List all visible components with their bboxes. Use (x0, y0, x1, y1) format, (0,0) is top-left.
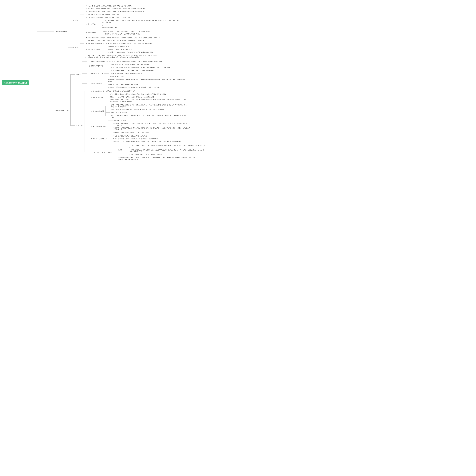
slave-i1: （1）奴隶社会的基本阶级及主要矛盾：奴隶主阶级和奴隶阶级（人类社会最早对立阶级）… (84, 36, 162, 39)
cap-i4-children: ①基本特征：生产过剩 ②主要表现：大量商品卖不出去，大量生产资料被闲置；大批生产… (108, 119, 191, 134)
slave-i2: （2）阶级统治的工具：国家是阶级矛盾不可调和的产物，是阶级统治的工具。（最早的国… (84, 39, 162, 42)
prim-i6: （6）私有制的产生 ①原因：原始社会末期，随着生产力的发展，原来以氏族为单位的共… (84, 19, 180, 30)
cap-i4c: ③直接原因：生产无限扩大的趋势与劳动人民有支付能力的需求相对缩小之间的矛盾；个别… (113, 127, 191, 131)
feud-i2b: ②农民有一定的人身自由，有自己的劳动工具甚至少量土地，劳动成果除缴纳地租外，能留… (109, 66, 171, 69)
cap-i6a-children: A．资本主义基本矛盾是资本主义社会一切矛盾和冲突的总根源。资本主义基本矛盾的发展… (123, 144, 206, 156)
slave-i3: （3）生产力水平：金属工具的广泛使用；个体劳动逐渐盛行，脑力劳动和体力劳动分工；… (84, 42, 162, 45)
l2-branch-a: 原始社会 （1）地位：原始社会是人类社会发展的最初阶段，也是最低阶段，是人类社会… (68, 4, 180, 59)
mindmap-root-container: 原始社会的解体和阶级社会的演进 从原始社会到奴隶社会 原始社会 （1）地位：原始… (2, 4, 474, 162)
cap-i3b: ②途径：新兴资产阶级提出"自由、平等、博爱"口号，利用劳动人民的力量，发动夺取政… (110, 108, 188, 111)
prim-i7b: ②解体的影响：随着原始社会的解体，奴隶主阶级和奴隶阶级出现。 (103, 33, 151, 35)
cap-i5-children: ①内容：生产社会化和生产资料资本主义私人占有之间的矛盾 ②表现：资本主义社会的基… (108, 135, 182, 143)
prim-i1: （1）地位：原始社会是人类社会发展的最初阶段，也是最低阶段，是人类社会的童年。 (84, 5, 180, 7)
cap-i6ab: B．资产阶级所采取的各种缓和阶级矛盾的措施，没有也不可能改变资本主义私有制及其剥… (128, 149, 206, 153)
prim-i5: （5）发展过程：氏族（基本单位）→部落→部落联盟→私有制产生→原始社会解体 (84, 16, 180, 19)
l1-label-b: 从封建社会到资本主义社会 (54, 110, 70, 112)
root-node: 原始社会的解体和阶级社会的演进 (2, 81, 29, 85)
prim-i6b: 。 (102, 24, 180, 26)
prim-i4: （4）发展阶段：从旧石器时代（绝大部分时间）到新石器时代。 (84, 13, 180, 16)
feud-i3: （3）封建社会的生产力水平 ①铁质农具得到广泛使用和推广，耕作技术有了显著进步，… (87, 69, 186, 78)
cap-i6: （6）资本主义终究要被社会主义所取代 ①原因 A．资本主义基本矛盾是资本主义社会… (89, 143, 206, 161)
cap-node: 资本主义社会 （1）资本主义生产力水平：机器大生产、生产社会化、科技快速发展并应… (75, 89, 206, 162)
feud-i4-children: ①经济剥削：封建土地所有制是地主阶级剥削农民的基础。封建地主阶级正是凭借对土地的… (103, 78, 186, 89)
feud-children: （1）封建社会的基本阶级及主要矛盾：在封建社会，农民阶级和地主阶级是两个基本阶级… (82, 60, 186, 89)
cap-i2c: ③资本主义生产关系特点：资本家占有一切生产资料；失去生产资料的劳动者不得不出卖自… (109, 98, 187, 103)
l1-node-b: 从封建社会到资本主义社会 封建社会 （1）封建社会的基本阶级及主要矛盾：在封建社… (54, 59, 206, 162)
cap-i3a: ①原因：新兴资产阶级在经济上有很大优势，但政治上没什么地位，封建贵族和官僚利用政… (110, 103, 188, 108)
prim-i7a: ①原因：随着贫富分化的加剧，使氏族成员的地位越来越不平等，原始社会逐渐解体。 (103, 30, 151, 33)
cap-i4: （4）资本主义社会的经济危机 ①基本特征：生产过剩 ②主要表现：大量商品卖不出去… (89, 119, 206, 134)
level1-branch: 从原始社会到奴隶社会 原始社会 （1）地位：原始社会是人类社会发展的最初阶段，也… (36, 4, 206, 162)
cap-i2: （2）资本主义生产关系 ①产生：封建社会后期，随着社会生产力和商品经济的发展，资… (89, 92, 206, 103)
cap-i6b: ②社会主义取代资本主义是一个复杂的、长期的历史过程：资本主义制度目前还能为生产力… (118, 156, 206, 161)
cap-i6aa: A．资本主义基本矛盾是资本主义社会一切矛盾和冲突的总根源。资本主义基本矛盾的发展… (128, 144, 206, 149)
prim-i2: （2）生产力水平：原始人使用的工具极其简陋，劳动对象极为有限，生产经验很少，劳动… (84, 7, 180, 10)
feud-i4b: ②政治压迫：封建国家的显著特征是君主专制、等级森严 (108, 83, 186, 86)
feud-i4a: ①经济剥削：封建土地所有制是地主阶级剥削农民的基础。封建地主阶级正是凭借对土地的… (108, 78, 186, 83)
cap-i2-children: ①产生：封建社会后期，随着社会生产力和商品经济的发展，资本主义生产关系在封建社会… (104, 93, 187, 103)
feud-i2a: ①地主占有绝大部分土地，通过收取地租等方式，占有农民大部分劳动成果 (109, 63, 171, 66)
cap-i5b: ②表现：资本主义社会的基本矛盾在阶级关系上表现为无产阶级和资产阶级的对立 (113, 137, 182, 140)
slave-children: （1）奴隶社会的基本阶级及主要矛盾：奴隶主阶级和奴隶阶级（人类社会最早对立阶级）… (80, 36, 162, 59)
cap-i6ac: C．资本主义终究要被社会主义所取代，这是历史的必然趋势 (128, 153, 206, 156)
cap-i3-children: ①原因：新兴资产阶级在经济上有很大优势，但政治上没什么地位，封建贵族和官僚利用政… (105, 103, 188, 119)
slave-title: 奴隶社会 (73, 46, 79, 49)
root-connector (29, 4, 36, 162)
prim-i6a: ①原因：原始社会末期，随着生产力的发展，原来以氏族为单位的共同劳动，逐渐被以家庭… (102, 19, 180, 24)
feud-i2-children: ①地主占有绝大部分土地，通过收取地租等方式，占有农民大部分劳动成果 ②农民有一定… (104, 63, 171, 69)
prim-i7: （7）原始社会的解体 ①原因：随着贫富分化的加剧，使氏族成员的地位越来越不平等，… (84, 30, 180, 36)
cap-i3d: ④意义：工业革命的发生和完成，带来了资本主义社会生产力的巨大飞跃；促进了人类思想… (110, 114, 188, 119)
cap-i2b: ②建立条件：失去生产资料，有人身自由，能出卖劳动力的人；大量货币当做资本 (109, 96, 187, 99)
prim-i6c: ②标志：土地变成私有财产 (102, 26, 180, 29)
feud-i4c: ③思想钳制：地主阶级还散布封建迷信、传播封建道德、鼓吹"君权神授"，钳制劳动人民… (108, 86, 186, 89)
slave-node: 奴隶社会 （1）奴隶社会的基本阶级及主要矛盾：奴隶主阶级和奴隶阶级（人类社会最早… (73, 36, 180, 59)
cap-i4b: ②主要表现：大量商品卖不出去，大量生产资料被闲置；大批生产企业、银行破产，大批工… (113, 122, 191, 127)
l2-branch-b: 封建社会 （1）封建社会的基本阶级及主要矛盾：在封建社会，农民阶级和地主阶级是两… (70, 60, 206, 162)
feud-i3c: ③商业和城市逐渐发展起来 (109, 75, 155, 78)
prim-node: 原始社会 （1）地位：原始社会是人类社会发展的最初阶段，也是最低阶段，是人类社会… (73, 4, 180, 36)
cap-i6a: ①原因 A．资本主义基本矛盾是资本主义社会一切矛盾和冲突的总根源。资本主义基本矛… (118, 144, 206, 156)
cap-i4a: ①基本特征：生产过剩 (113, 119, 191, 122)
cap-i5c: ③地位：资本主义基本矛盾是生产力与生产关系之间的矛盾在资本主义社会的体现，是资本… (113, 140, 182, 143)
cap-i2a: ①产生：封建社会后期，随着社会生产力和商品经济的发展，资本主义生产关系在封建社会… (109, 93, 187, 96)
cap-i6-children: ①原因 A．资本主义基本矛盾是资本主义社会一切矛盾和冲突的总根源。资本主义基本矛… (113, 144, 206, 161)
feud-i3b: ②手工业有了进一步发展，冶铁业成为最重要的手工业部门 (109, 72, 155, 75)
feud-i1: （1）封建社会的基本阶级及主要矛盾：在封建社会，农民阶级和地主阶级是两个基本阶级… (87, 60, 186, 63)
feud-node: 封建社会 （1）封建社会的基本阶级及主要矛盾：在封建社会，农民阶级和地主阶级是两… (75, 60, 206, 89)
slave-i4b: ②奴隶毫无人身自由，在奴隶主强制下劳动 (108, 48, 155, 51)
prim-i3: （3）生产关系的特点：人们共同劳动，共同占有生产资料，在生产者结成平等互助的关系… (84, 10, 180, 13)
cap-children: （1）资本主义生产力水平：机器大生产、生产社会化、科技快速发展并应用于生产 （2… (85, 90, 206, 161)
prim-i6-children: ①原因：原始社会末期，随着生产力的发展，原来以氏族为单位的共同劳动，逐渐被以家庭… (97, 19, 180, 29)
feud-title: 封建社会 (75, 73, 81, 76)
slave-i4: （4）奴隶制生产关系的特点： ①奴隶主占有生产资料并完全占有奴隶 ②奴隶毫无人身… (84, 45, 162, 54)
slave-i4a: ①奴隶主占有生产资料并完全占有奴隶 (108, 45, 155, 48)
cap-i5: （5）资本主义社会的基本矛盾 ①内容：生产社会化和生产资料资本主义私人占有之间的… (89, 134, 206, 143)
feud-i4: （4）地主阶级的统治手段 ①经济剥削：封建土地所有制是地主阶级剥削农民的基础。封… (87, 78, 186, 89)
cap-i5a: ①内容：生产社会化和生产资料资本主义私人占有之间的矛盾 (113, 135, 182, 137)
cap-title: 资本主义社会 (75, 124, 84, 127)
cap-i3: （3）资本主义制度的确立 ①原因：新兴资产阶级在经济上有很大优势，但政治上没什么… (89, 103, 206, 119)
slave-i5: （5）对奴隶社会的评价：奴隶社会代替原始社会后，金属工具的广泛使用、城市的出现、… (84, 54, 162, 59)
l1-label-a: 从原始社会到奴隶社会 (54, 31, 67, 33)
l1-node-a: 从原始社会到奴隶社会 原始社会 （1）地位：原始社会是人类社会发展的最初阶段，也… (54, 4, 206, 59)
feud-i2: （2）封建制生产关系的特点 ①地主占有绝大部分土地，通过收取地租等方式，占有农民… (87, 63, 186, 69)
root-label: 原始社会的解体和阶级社会的演进 (4, 82, 27, 84)
prim-children: （1）地位：原始社会是人类社会发展的最初阶段，也是最低阶段，是人类社会的童年。 … (80, 5, 180, 36)
cap-i3c: ③标志：资产阶级革命的胜利 (110, 111, 188, 114)
slave-i4c: ③奴隶劳动的全部产品都归奴隶主占有和支配，奴隶主只给奴隶最低限度的生活资料 (108, 51, 155, 54)
feud-i3a: ①铁质农具得到广泛使用和推广，耕作技术有了显著进步，水利事业有了较大发展 (109, 69, 155, 72)
slave-i4-children: ①奴隶主占有生产资料并完全占有奴隶 ②奴隶毫无人身自由，在奴隶主强制下劳动 ③奴… (103, 45, 155, 54)
feud-i3-children: ①铁质农具得到广泛使用和推广，耕作技术有了显著进步，水利事业有了较大发展 ②手工… (104, 69, 155, 78)
cap-i4d: ④根本原因：生产社会化和生产资料资本主义私人占有之间的矛盾 (113, 131, 191, 134)
prim-i7-children: ①原因：随着贫富分化的加剧，使氏族成员的地位越来越不平等，原始社会逐渐解体。 ②… (98, 30, 151, 35)
prim-title: 原始社会 (73, 19, 79, 21)
cap-i1: （1）资本主义生产力水平：机器大生产、生产社会化、科技快速发展并应用于生产 (89, 90, 206, 93)
